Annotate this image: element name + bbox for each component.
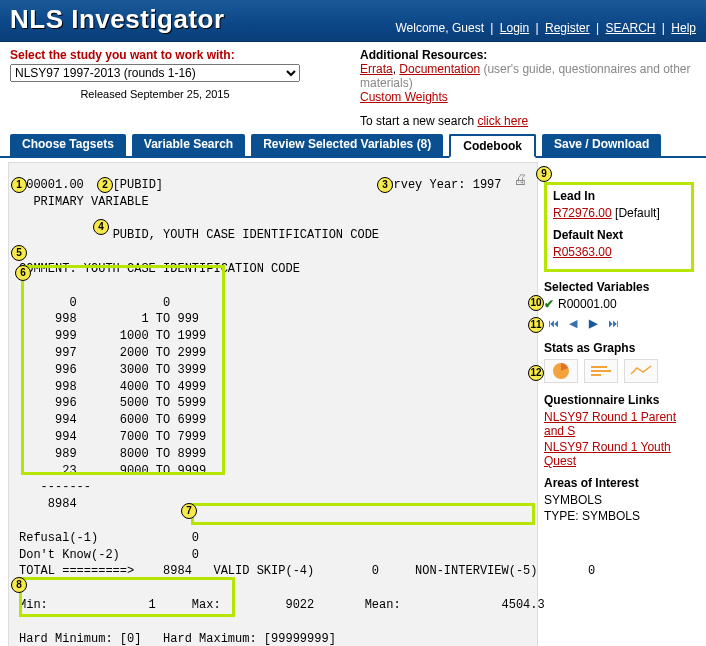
print-icon[interactable]: 🖨 [513, 171, 527, 187]
bar-chart-icon[interactable] [584, 359, 618, 383]
custom-weights-link[interactable]: Custom Weights [360, 90, 448, 104]
callout-10: 10 [528, 295, 544, 311]
aoi-heading: Areas of Interest [544, 476, 694, 490]
resources-heading: Additional Resources: [360, 48, 696, 62]
side-defaultnext-link[interactable]: R05363.00 [553, 245, 685, 259]
nav-first-icon[interactable]: ⏮ [544, 315, 562, 331]
callout-7: 7 [181, 503, 197, 519]
callout-12: 12 [528, 365, 544, 381]
main-area: 🖨 1 2 3 4 5 6 7 8 R00001.00 [PUBID] Surv… [0, 158, 706, 646]
side-leadin-link[interactable]: R72976.00 [553, 206, 612, 220]
help-link[interactable]: Help [671, 21, 696, 35]
resources-row: Errata, Documentation (user's guide, que… [360, 62, 696, 90]
check-icon: ✔ [544, 297, 554, 311]
documentation-link[interactable]: Documentation [399, 62, 480, 76]
search-link[interactable]: SEARCH [605, 21, 655, 35]
callout-11: 11 [528, 317, 544, 333]
tab-tagsets[interactable]: Choose Tagsets [10, 134, 126, 156]
defaultnext-heading: Default Next [553, 228, 685, 242]
callout-2: 2 [97, 177, 113, 193]
svg-rect-2 [591, 370, 611, 372]
register-link[interactable]: Register [545, 21, 590, 35]
aoi-item-2: TYPE: SYMBOLS [544, 509, 694, 523]
study-select-label: Select the study you want to work with: [10, 48, 330, 62]
top-controls: Select the study you want to work with: … [0, 42, 706, 130]
svg-rect-1 [591, 366, 607, 368]
welcome-text: Welcome, Guest [396, 21, 484, 35]
callout-6: 6 [15, 265, 31, 281]
callout-1: 1 [11, 177, 27, 193]
nav-prev-icon[interactable]: ◀ [564, 315, 582, 331]
var-nav: ⏮ ◀ ▶ ⏭ [544, 315, 694, 331]
callout-3: 3 [377, 177, 393, 193]
released-text: Released September 25, 2015 [10, 82, 300, 104]
pie-chart-icon[interactable] [544, 359, 578, 383]
click-here-link[interactable]: click here [477, 114, 528, 128]
aoi-item-1: SYMBOLS [544, 493, 694, 507]
header-links: Welcome, Guest | Login | Register | SEAR… [396, 21, 697, 35]
tab-varsearch[interactable]: Variable Search [132, 134, 245, 156]
login-link[interactable]: Login [500, 21, 529, 35]
selected-vars-heading: Selected Variables [544, 280, 694, 294]
leadin-heading: Lead In [553, 189, 685, 203]
tab-codebook[interactable]: Codebook [449, 134, 536, 158]
tab-review[interactable]: Review Selected Variables (8) [251, 134, 443, 156]
selected-var: R00001.00 [558, 297, 617, 311]
aoi-list: SYMBOLS TYPE: SYMBOLS [544, 493, 694, 523]
graph-buttons [544, 359, 694, 383]
qlinks-heading: Questionnaire Links [544, 393, 694, 407]
start-search-row: To start a new search click here [360, 114, 696, 128]
tab-row: Choose Tagsets Variable Search Review Se… [0, 134, 706, 158]
nav-last-icon[interactable]: ⏭ [604, 315, 622, 331]
svg-rect-3 [591, 374, 601, 376]
nav-next-icon[interactable]: ▶ [584, 315, 602, 331]
stats-graphs-heading: Stats as Graphs [544, 341, 694, 355]
leadin-box: Lead In R72976.00 [Default] Default Next… [544, 182, 694, 272]
line-chart-icon[interactable] [624, 359, 658, 383]
app-header: NLS Investigator Welcome, Guest | Login … [0, 0, 706, 42]
qlink-1[interactable]: NLSY97 Round 1 Parent and S [544, 410, 694, 438]
callout-5: 5 [11, 245, 27, 261]
study-select[interactable]: NLSY97 1997-2013 (rounds 1-16) [10, 64, 300, 82]
codebook-panel: 🖨 1 2 3 4 5 6 7 8 R00001.00 [PUBID] Surv… [8, 162, 538, 646]
callout-4: 4 [93, 219, 109, 235]
callout-8: 8 [11, 577, 27, 593]
errata-link[interactable]: Errata [360, 62, 393, 76]
app-title: NLS Investigator [10, 4, 225, 35]
qlink-2[interactable]: NLSY97 Round 1 Youth Quest [544, 440, 694, 468]
codebook-body: R00001.00 [PUBID] Survey Year: 1997 PRIM… [19, 177, 527, 646]
tab-save[interactable]: Save / Download [542, 134, 661, 156]
callout-9: 9 [536, 166, 552, 182]
